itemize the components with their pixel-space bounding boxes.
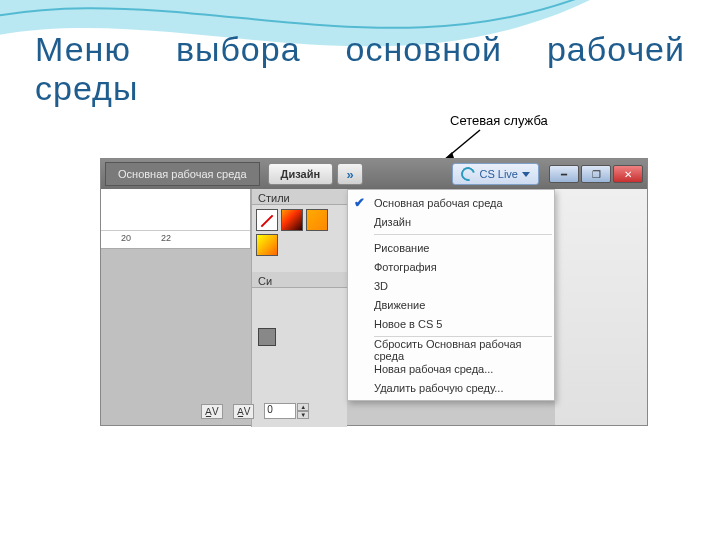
swatch-none[interactable]	[256, 209, 278, 231]
menu-item-motion[interactable]: Движение	[348, 295, 554, 314]
ruler-tick: 22	[161, 233, 171, 243]
tracking-icon: A̲V	[233, 404, 255, 419]
horizontal-ruler: 20 22	[101, 230, 250, 248]
menu-item-3d[interactable]: 3D	[348, 276, 554, 295]
minimize-button[interactable]: ━	[549, 165, 579, 183]
app-window: Основная рабочая среда Дизайн » CS Live …	[100, 158, 648, 426]
chevron-right-icon: »	[346, 167, 353, 182]
workspace-menu-toggle[interactable]: »	[337, 163, 363, 185]
menu-item-design[interactable]: Дизайн	[348, 212, 554, 231]
menu-item-label: Сбросить Основная рабочая среда	[374, 338, 546, 362]
workspace-dropdown: ✔ Основная рабочая среда Дизайн Рисовани…	[347, 189, 555, 401]
cslive-button[interactable]: CS Live	[452, 163, 539, 185]
app-topbar: Основная рабочая среда Дизайн » CS Live …	[101, 159, 647, 189]
maximize-button[interactable]: ❐	[581, 165, 611, 183]
canvas-area[interactable]	[101, 249, 251, 425]
side-panel-title[interactable]: Си	[252, 272, 347, 288]
ruler-tick: 20	[121, 233, 131, 243]
options-bar: A̲V A̲V 0 ▲ ▼	[201, 401, 643, 421]
styles-panel: Стили Си	[251, 189, 347, 427]
menu-item-new-cs5[interactable]: Новое в CS 5	[348, 314, 554, 333]
cslive-label: CS Live	[479, 168, 518, 180]
menu-item-essentials[interactable]: ✔ Основная рабочая среда	[348, 193, 554, 212]
menu-item-label: Основная рабочая среда	[374, 197, 503, 209]
callout-label: Сетевая служба	[450, 113, 548, 128]
tracking-value[interactable]: 0	[264, 403, 296, 419]
document-area: 20 22	[101, 189, 251, 249]
panel-background	[555, 189, 647, 425]
close-button[interactable]: ✕	[613, 165, 643, 183]
menu-separator	[374, 234, 552, 235]
menu-item-new-workspace[interactable]: Новая рабочая среда...	[348, 359, 554, 378]
swatch-item[interactable]	[256, 234, 278, 256]
swatch-grid	[252, 205, 347, 260]
cslive-ring-icon	[459, 164, 478, 183]
menu-item-label: Фотография	[374, 261, 437, 273]
menu-item-label: Новая рабочая среда...	[374, 363, 493, 375]
workspace-tab[interactable]: Дизайн	[268, 163, 333, 185]
kerning-icon: A̲V	[201, 404, 223, 419]
menu-item-label: Новое в CS 5	[374, 318, 442, 330]
swatch-item[interactable]	[281, 209, 303, 231]
menu-item-label: Удалить рабочую среду...	[374, 382, 503, 394]
menu-item-label: Рисование	[374, 242, 429, 254]
menu-item-label: 3D	[374, 280, 388, 292]
menu-item-photography[interactable]: Фотография	[348, 257, 554, 276]
menu-item-label: Дизайн	[374, 216, 411, 228]
styles-panel-title[interactable]: Стили	[252, 189, 347, 205]
fill-color-swatch[interactable]	[258, 328, 276, 346]
tracking-field[interactable]: 0 ▲ ▼	[264, 403, 309, 419]
menu-item-label: Движение	[374, 299, 425, 311]
workspace-current-label: Основная рабочая среда	[105, 162, 260, 186]
swatch-item[interactable]	[306, 209, 328, 231]
check-icon: ✔	[354, 195, 365, 210]
chevron-down-icon	[522, 172, 530, 177]
window-controls: ━ ❐ ✕	[549, 165, 643, 183]
menu-item-delete-workspace[interactable]: Удалить рабочую среду...	[348, 378, 554, 397]
stepper-down-icon[interactable]: ▼	[297, 411, 309, 419]
slide-title: Меню выбора основной рабочей среды	[35, 30, 685, 108]
menu-item-reset-workspace[interactable]: Сбросить Основная рабочая среда	[348, 340, 554, 359]
stepper-up-icon[interactable]: ▲	[297, 403, 309, 411]
menu-item-painting[interactable]: Рисование	[348, 238, 554, 257]
